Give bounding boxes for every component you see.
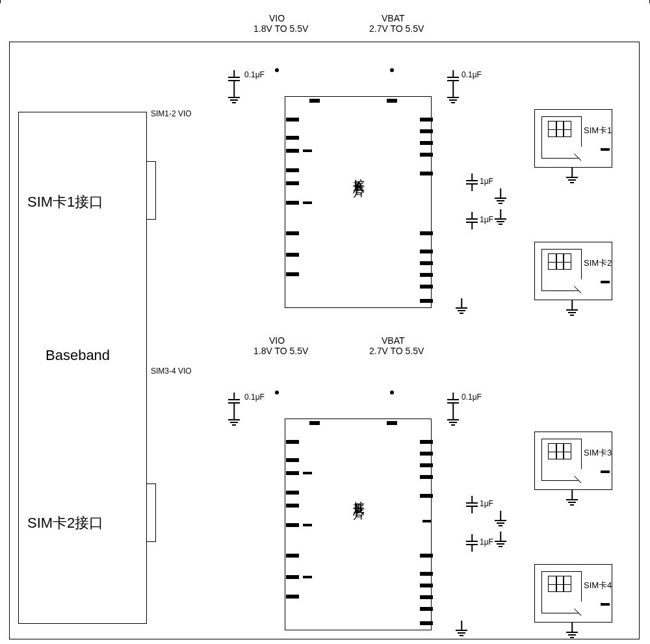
sim-card-inner — [541, 571, 582, 613]
chip-pin — [420, 285, 433, 289]
junction — [275, 68, 279, 72]
sim-card-3 — [534, 431, 612, 490]
cap-label: 1μF — [480, 177, 493, 186]
vio-range-a: 1.8V TO 5.5V — [254, 23, 308, 34]
chip-pin — [420, 141, 433, 145]
wire — [0, 406, 1, 467]
cap-label: 0.1μF — [462, 70, 482, 79]
wire — [0, 478, 1, 530]
wire — [0, 160, 1, 212]
sim12-vio-label: SIM1-2 VIO — [151, 109, 192, 118]
chip-pin — [286, 458, 299, 462]
sim-pin — [601, 281, 610, 283]
sim-chip-icon — [548, 576, 571, 592]
chip-pin — [286, 201, 299, 205]
sim1-label: SIM卡1 — [584, 125, 612, 136]
chip-pin — [286, 253, 299, 257]
sim34-vio-label: SIM3-4 VIO — [151, 367, 192, 376]
chip-pin — [420, 452, 433, 456]
baseband-title: Baseband — [46, 347, 110, 364]
junction — [275, 391, 279, 394]
chip-pin — [286, 181, 299, 185]
sim-chip-icon — [548, 121, 571, 137]
chip-pin — [420, 261, 433, 265]
chip-pin — [420, 250, 433, 253]
wire — [0, 585, 1, 617]
chip-pin — [387, 99, 397, 103]
chip-b-label: 扩展芯片B — [351, 491, 367, 517]
wire — [0, 317, 1, 378]
junction — [390, 68, 394, 72]
vio-range-b: 1.8V TO 5.5V — [254, 346, 308, 356]
cap-label: 0.1μF — [462, 393, 482, 402]
sim-card-inner — [541, 249, 582, 291]
chip-pin — [420, 607, 433, 611]
chip-pin — [420, 621, 433, 625]
chip-pin — [387, 421, 397, 425]
chip-pin — [286, 554, 299, 558]
chip-pin — [420, 554, 433, 558]
sim-pin — [601, 603, 610, 606]
sim3-label: SIM卡3 — [584, 447, 612, 459]
cap-label: 0.1μF — [244, 393, 265, 402]
chip-pin — [420, 172, 433, 175]
chip-pin — [286, 595, 299, 599]
sim-card-inner — [541, 116, 582, 159]
chip-pin — [420, 584, 433, 587]
cap-label: 0.1μF — [244, 70, 265, 79]
wire — [0, 214, 1, 266]
chip-pin — [286, 575, 299, 579]
chip-pin — [286, 231, 299, 235]
baseband-block — [18, 112, 147, 624]
chip-pin — [420, 299, 433, 303]
chip-pin — [420, 572, 433, 576]
chip-pin — [309, 421, 320, 425]
chip-a-label: 扩展芯片A — [351, 169, 367, 195]
chip-pin — [420, 494, 433, 498]
chip-pin — [286, 440, 299, 444]
cap-label: 1μF — [480, 215, 493, 224]
sim-card-4 — [534, 564, 612, 623]
baseband-port-2 — [147, 483, 156, 542]
chip-pin — [420, 153, 433, 157]
chip-pin — [309, 99, 320, 103]
vbat-label-a: VBAT — [382, 13, 405, 23]
sim-card-2 — [534, 242, 612, 300]
vbat-label-b: VBAT — [382, 335, 405, 346]
wire — [0, 532, 1, 584]
chip-pin — [420, 118, 433, 122]
chip-pin — [286, 149, 299, 153]
sim2-interface-label: SIM卡2接口 — [27, 513, 103, 533]
sim4-label: SIM卡4 — [584, 580, 612, 591]
sim-chip-icon — [548, 443, 571, 459]
chip-pin — [286, 471, 299, 475]
chip-pin — [420, 129, 433, 133]
baseband-port-1 — [147, 161, 156, 220]
chip-pin — [286, 504, 299, 508]
chip-pin — [286, 491, 299, 495]
sim-chip-icon — [548, 253, 571, 270]
chip-pin — [286, 523, 299, 527]
chip-pin — [420, 595, 433, 599]
chip-pin — [286, 272, 299, 276]
chip-pin — [422, 520, 432, 522]
sim-pin — [601, 470, 610, 473]
chip-pin — [286, 118, 299, 122]
vio-label-b: VIO — [269, 335, 285, 346]
chip-pin — [420, 273, 433, 277]
vbat-range-a: 2.7V TO 5.5V — [369, 23, 424, 34]
wire — [0, 267, 1, 300]
chip-pin — [420, 440, 433, 444]
chip-pin — [420, 231, 433, 235]
chip-pin — [303, 524, 312, 526]
chip-pin — [303, 201, 312, 204]
chip-pin — [420, 475, 433, 479]
vio-label-a: VIO — [269, 13, 285, 23]
chip-pin — [420, 463, 433, 467]
sim-card-1 — [534, 109, 612, 168]
wire — [0, 379, 1, 405]
sim2-label: SIM卡2 — [584, 257, 612, 269]
wire — [0, 0, 1, 61]
chip-pin — [303, 576, 312, 578]
wire — [0, 62, 1, 88]
